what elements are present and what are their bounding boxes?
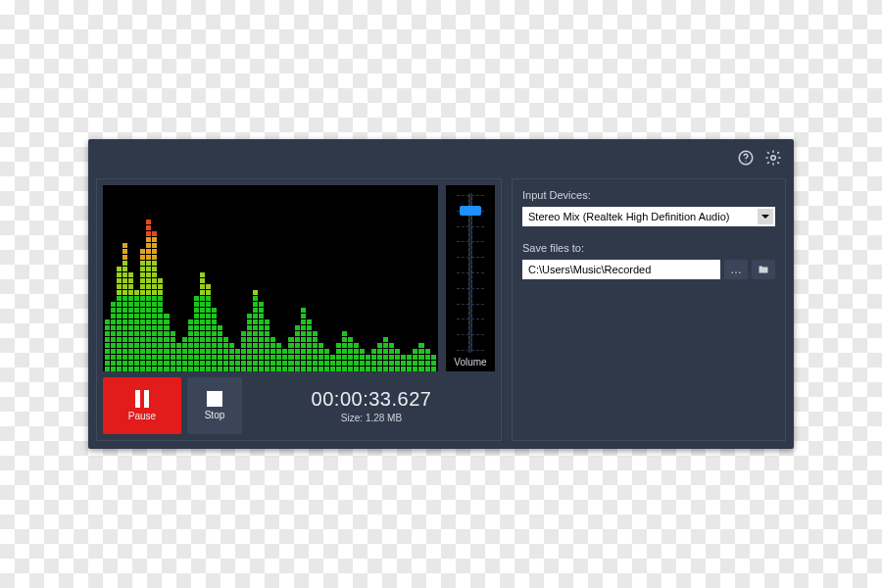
pause-button[interactable]: Pause <box>103 377 181 434</box>
titlebar <box>96 147 786 178</box>
stop-button[interactable]: Stop <box>187 377 242 434</box>
spectrum-analyzer <box>103 185 438 371</box>
pause-button-label: Pause <box>128 411 156 421</box>
stop-button-label: Stop <box>205 410 225 420</box>
save-path-input[interactable] <box>522 260 720 279</box>
chevron-down-icon <box>758 209 773 224</box>
stop-icon <box>207 391 222 407</box>
help-icon[interactable] <box>737 149 755 171</box>
input-devices-label: Input Devices: <box>522 189 775 201</box>
volume-panel: Volume <box>446 185 495 371</box>
svg-point-2 <box>771 156 776 161</box>
folder-icon <box>758 264 769 275</box>
ellipsis-icon: … <box>730 263 742 276</box>
left-panel: Volume Pause Stop 00:00:33.627 Size: 1.2… <box>96 178 502 441</box>
elapsed-time: 00:00:33.627 <box>312 388 432 411</box>
pause-icon <box>135 390 149 408</box>
more-button[interactable]: … <box>724 260 748 279</box>
input-device-select[interactable]: Stereo Mix (Realtek High Definition Audi… <box>522 207 775 226</box>
visualizer-row: Volume <box>103 185 495 371</box>
main-area: Volume Pause Stop 00:00:33.627 Size: 1.2… <box>96 178 786 441</box>
save-path-row: … <box>522 260 775 279</box>
volume-slider-thumb[interactable] <box>460 206 481 216</box>
controls-row: Pause Stop 00:00:33.627 Size: 1.28 MB <box>103 377 495 434</box>
file-size: Size: 1.28 MB <box>341 413 402 423</box>
input-device-value: Stereo Mix (Realtek High Definition Audi… <box>528 211 729 222</box>
recorder-window: Volume Pause Stop 00:00:33.627 Size: 1.2… <box>88 139 794 449</box>
browse-folder-button[interactable] <box>752 260 775 279</box>
volume-label: Volume <box>454 357 486 368</box>
gear-icon[interactable] <box>764 149 782 171</box>
volume-slider-track[interactable] <box>468 193 472 353</box>
save-path-label: Save files to: <box>522 242 775 254</box>
status-display: 00:00:33.627 Size: 1.28 MB <box>248 377 495 434</box>
right-panel: Input Devices: Stereo Mix (Realtek High … <box>512 178 786 441</box>
svg-point-1 <box>745 161 746 162</box>
